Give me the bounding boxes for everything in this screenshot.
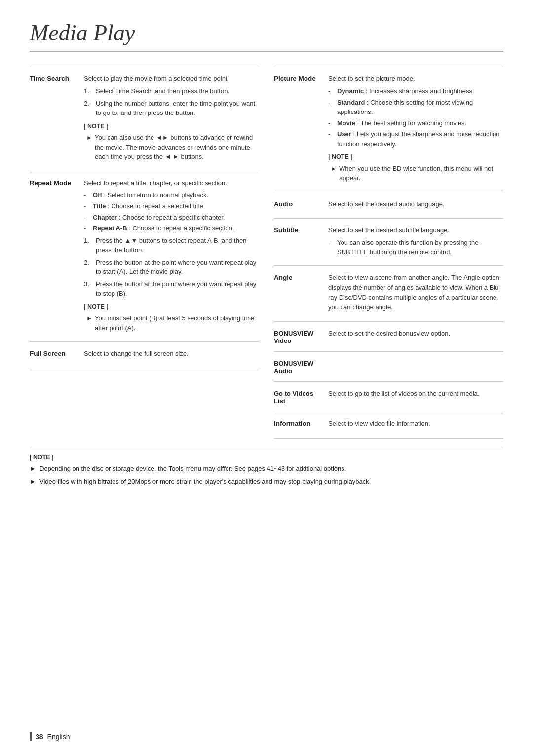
repeat-mode-label: Repeat Mode (30, 178, 84, 335)
angle-content: Select to view a scene from another angl… (328, 273, 503, 315)
time-search-label: Time Search (30, 74, 84, 164)
footer-note1: ► Depending on the disc or storage devic… (30, 464, 503, 474)
picture-standard: - Standard : Choose this setting for mos… (328, 98, 503, 117)
information-label: Information (274, 419, 328, 431)
time-search-step1: 1. Select Time Search, and then press th… (84, 86, 259, 96)
subtitle-option: - You can also operate this function by … (328, 238, 503, 257)
right-column: Picture Mode Select to set the picture m… (274, 67, 503, 439)
bonusview-audio-content (328, 359, 503, 375)
main-content: Time Search Select to play the movie fro… (30, 67, 503, 439)
footer-note2: ► Video files with high bitrates of 20Mb… (30, 477, 503, 487)
picture-mode-label: Picture Mode (274, 74, 328, 185)
page-title: Media Play (30, 20, 503, 52)
bonusview-audio-label: BONUSVIEW Audio (274, 359, 328, 375)
page-number: 38 English (30, 732, 70, 741)
picture-movie: - Movie : The best setting for watching … (328, 118, 503, 128)
bonusview-video-content: Select to set the desired bonusview opti… (328, 329, 503, 344)
time-search-intro: Select to play the movie from a selected… (84, 74, 259, 84)
picture-mode-note: | NOTE | ► When you use the BD wise func… (328, 152, 503, 183)
repeat-note-item: ► You must set point (B) at least 5 seco… (86, 313, 259, 333)
information-content: Select to view video file information. (328, 419, 503, 431)
bonusview-video-row: BONUSVIEW Video Select to set the desire… (274, 322, 503, 352)
repeat-mode-options: - Off : Select to return to normal playb… (84, 190, 259, 233)
footer-notes: | NOTE | ► Depending on the disc or stor… (30, 448, 503, 487)
picture-mode-row: Picture Mode Select to set the picture m… (274, 67, 503, 192)
repeat-chapter: - Chapter : Choose to repeat a specific … (84, 213, 259, 223)
subtitle-row: Subtitle Select to set the desired subti… (274, 219, 503, 266)
full-screen-row: Full Screen Select to change the full sc… (30, 342, 259, 368)
angle-row: Angle Select to view a scene from anothe… (274, 266, 503, 322)
time-search-content: Select to play the movie from a selected… (84, 74, 259, 164)
time-search-steps: 1. Select Time Search, and then press th… (84, 86, 259, 118)
audio-label: Audio (274, 199, 328, 211)
repeat-step1: 1. Press the ▲▼ buttons to select repeat… (84, 236, 259, 255)
repeat-note: | NOTE | ► You must set point (B) at lea… (84, 302, 259, 333)
repeat-mode-content: Select to repeat a title, chapter, or sp… (84, 178, 259, 335)
picture-dynamic: - Dynamic : Increases sharpness and brig… (328, 86, 503, 96)
bonusview-audio-row: BONUSVIEW Audio (274, 352, 503, 382)
goto-videos-row: Go to Videos List Select to go to the li… (274, 382, 503, 412)
repeat-off: - Off : Select to return to normal playb… (84, 190, 259, 200)
repeat-title: - Title : Choose to repeat a selected ti… (84, 201, 259, 211)
left-column: Time Search Select to play the movie fro… (30, 67, 259, 439)
repeat-steps: 1. Press the ▲▼ buttons to select repeat… (84, 236, 259, 299)
information-row: Information Select to view video file in… (274, 412, 503, 438)
time-search-row: Time Search Select to play the movie fro… (30, 67, 259, 171)
subtitle-options: - You can also operate this function by … (328, 238, 503, 257)
picture-mode-content: Select to set the picture mode. - Dynami… (328, 74, 503, 185)
subtitle-content: Select to set the desired subtitle langu… (328, 226, 503, 259)
bonusview-video-label: BONUSVIEW Video (274, 329, 328, 344)
repeat-step2: 2. Press the button at the point where y… (84, 258, 259, 277)
goto-videos-content: Select to go to the list of videos on th… (328, 389, 503, 405)
time-search-note: | NOTE | ► You can also use the ◄► butto… (84, 122, 259, 162)
audio-row: Audio Select to set the desired audio la… (274, 192, 503, 219)
subtitle-label: Subtitle (274, 226, 328, 259)
full-screen-label: Full Screen (30, 349, 84, 361)
angle-label: Angle (274, 273, 328, 315)
time-search-note-item: ► You can also use the ◄► buttons to adv… (86, 133, 259, 162)
picture-user: - User : Lets you adjust the sharpness a… (328, 129, 503, 149)
repeat-ab: - Repeat A-B : Choose to repeat a specif… (84, 224, 259, 233)
audio-content: Select to set the desired audio language… (328, 199, 503, 211)
goto-videos-label: Go to Videos List (274, 389, 328, 405)
full-screen-content: Select to change the full screen size. (84, 349, 259, 361)
repeat-step3: 3. Press the button at the point where y… (84, 279, 259, 299)
time-search-step2: 2. Using the number buttons, enter the t… (84, 99, 259, 118)
repeat-mode-row: Repeat Mode Select to repeat a title, ch… (30, 171, 259, 342)
picture-mode-options: - Dynamic : Increases sharpness and brig… (328, 86, 503, 149)
picture-mode-note-item: ► When you use the BD wise function, thi… (331, 164, 503, 183)
